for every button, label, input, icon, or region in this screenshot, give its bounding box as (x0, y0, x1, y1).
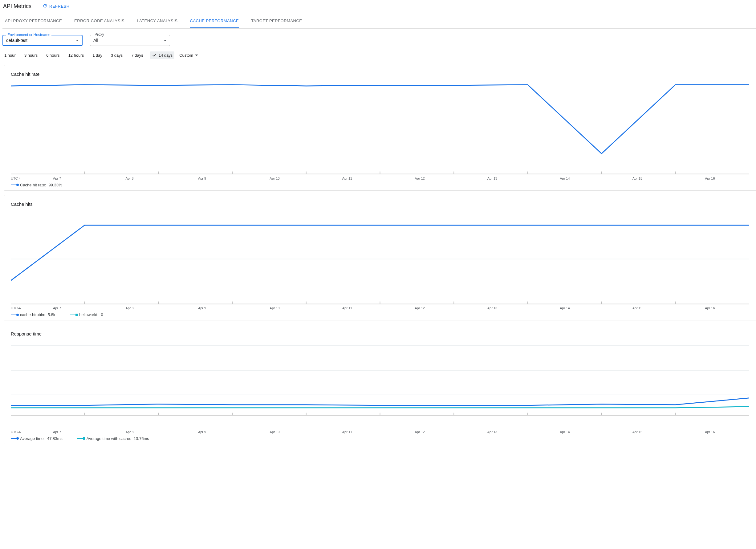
proxy-label: Proxy (93, 32, 105, 37)
axis-tick: Apr 11 (311, 306, 383, 310)
legend-label: cache-httpbin: (20, 312, 45, 317)
check-icon (152, 53, 157, 58)
chart-card-cache-hits: Cache hits UTC-4 Apr 7 Apr 8 Apr 9 Apr 1… (4, 195, 756, 321)
proxy-value: All (93, 38, 98, 43)
tab-api-proxy-performance[interactable]: API PROXY PERFORMANCE (5, 18, 62, 28)
refresh-button[interactable]: REFRESH (43, 3, 70, 9)
chevron-down-icon (195, 55, 198, 56)
filters-row: Environment or Hostname default-test Pro… (2, 29, 756, 48)
page-title: API Metrics (3, 3, 31, 10)
legend-label: Average time: (20, 436, 45, 441)
axis-tick: Apr 9 (166, 430, 238, 434)
axis-tick: Apr 8 (93, 306, 166, 310)
time-range-1h[interactable]: 1 hour (2, 52, 18, 59)
axis-tick: Apr 7 (21, 306, 93, 310)
legend-value: 47.83ms (47, 436, 63, 441)
time-range-6h[interactable]: 6 hours (44, 52, 61, 59)
axis-tick: Apr 11 (311, 177, 383, 180)
axis-tick: Apr 10 (238, 430, 311, 434)
axis-tick: Apr 12 (384, 306, 456, 310)
legend-item-average-time[interactable]: Average time: 47.83ms (11, 436, 63, 441)
environment-select[interactable]: Environment or Hostname default-test (2, 35, 83, 46)
time-range-custom[interactable]: Custom (179, 53, 198, 58)
tab-error-code-analysis[interactable]: ERROR CODE ANALYSIS (74, 18, 124, 28)
chart-title: Cache hit rate (11, 71, 749, 77)
axis-tick: Apr 14 (529, 177, 601, 180)
legend-value: 13.76ms (134, 436, 149, 441)
chart-axis: UTC-4 Apr 7 Apr 8 Apr 9 Apr 10 Apr 11 Ap… (11, 430, 749, 434)
proxy-select[interactable]: Proxy All (90, 35, 170, 46)
chart-title: Response time (11, 331, 749, 336)
axis-tick: Apr 15 (601, 430, 673, 434)
axis-tz: UTC-4 (11, 306, 21, 310)
tabs: API PROXY PERFORMANCE ERROR CODE ANALYSI… (2, 14, 756, 29)
refresh-label: REFRESH (49, 4, 70, 9)
legend-marker-icon (70, 315, 77, 315)
legend-value: 99.33% (49, 183, 62, 187)
chart-legend: Average time: 47.83ms Average time with … (11, 434, 749, 441)
time-range-14d-label: 14 days (159, 53, 173, 58)
environment-value: default-test (6, 38, 27, 43)
chart-plot-cache-hit-rate (11, 83, 749, 175)
legend-marker-icon (11, 315, 18, 315)
axis-tick: Apr 15 (601, 306, 673, 310)
axis-tick: Apr 13 (456, 177, 528, 180)
axis-tick: Apr 10 (238, 306, 311, 310)
axis-tick: Apr 16 (674, 177, 746, 180)
tab-cache-performance[interactable]: CACHE PERFORMANCE (190, 18, 239, 28)
axis-tz: UTC-4 (11, 430, 21, 434)
axis-tick: Apr 8 (93, 177, 166, 180)
chart-plot-cache-hits (11, 213, 749, 305)
time-range-3h[interactable]: 3 hours (22, 52, 39, 59)
time-range-row: 1 hour 3 hours 6 hours 12 hours 1 day 3 … (2, 48, 756, 61)
axis-tz: UTC-4 (11, 177, 21, 180)
axis-tick: Apr 10 (238, 177, 311, 180)
tab-latency-analysis[interactable]: LATENCY ANALYSIS (137, 18, 177, 28)
legend-item-average-time-with-cache[interactable]: Average time with cache: 13.76ms (77, 436, 149, 441)
legend-value: 0 (101, 312, 103, 317)
chevron-down-icon (76, 40, 79, 41)
axis-tick: Apr 13 (456, 306, 528, 310)
axis-tick: Apr 14 (529, 430, 601, 434)
chart-legend: cache-httpbin: 5.8k helloworld: 0 (11, 310, 749, 317)
axis-tick: Apr 12 (384, 177, 456, 180)
axis-tick: Apr 7 (21, 430, 93, 434)
axis-tick: Apr 11 (311, 430, 383, 434)
legend-item-cache-httpbin[interactable]: cache-httpbin: 5.8k (11, 312, 55, 317)
legend-label: Cache hit rate: (20, 183, 46, 187)
time-range-14d[interactable]: 14 days (150, 51, 175, 59)
tab-target-performance[interactable]: TARGET PERFORMANCE (251, 18, 302, 28)
axis-tick: Apr 13 (456, 430, 528, 434)
legend-value: 5.8k (48, 312, 55, 317)
chart-plot-response-time (11, 343, 749, 429)
page-header: API Metrics REFRESH (2, 3, 756, 14)
time-range-custom-label: Custom (179, 53, 193, 58)
chart-legend: Cache hit rate: 99.33% (11, 180, 749, 187)
chart-axis: UTC-4 Apr 7 Apr 8 Apr 9 Apr 10 Apr 11 Ap… (11, 306, 749, 310)
axis-tick: Apr 16 (674, 306, 746, 310)
legend-item-cache-hit-rate[interactable]: Cache hit rate: 99.33% (11, 183, 62, 187)
time-range-3d[interactable]: 3 days (109, 52, 124, 59)
legend-label: helloworld: (79, 312, 98, 317)
axis-tick: Apr 15 (601, 177, 673, 180)
axis-tick: Apr 8 (93, 430, 166, 434)
legend-marker-icon (77, 438, 84, 439)
chart-card-response-time: Response time UTC-4 Apr 7 Apr 8 Apr 9 Ap… (4, 325, 756, 444)
environment-label: Environment or Hostname (6, 33, 51, 37)
axis-tick: Apr 9 (166, 177, 238, 180)
legend-item-helloworld[interactable]: helloworld: 0 (70, 312, 103, 317)
chevron-down-icon (164, 40, 167, 41)
time-range-7d[interactable]: 7 days (129, 52, 145, 59)
legend-marker-icon (11, 438, 18, 439)
legend-label: Average time with cache: (87, 436, 131, 441)
axis-tick: Apr 7 (21, 177, 93, 180)
time-range-1d[interactable]: 1 day (91, 52, 104, 59)
axis-tick: Apr 14 (529, 306, 601, 310)
chart-title: Cache hits (11, 201, 749, 207)
legend-marker-icon (11, 185, 18, 185)
time-range-12h[interactable]: 12 hours (67, 52, 86, 59)
chart-card-cache-hit-rate: Cache hit rate UTC-4 Apr 7 Apr 8 Apr 9 A… (4, 65, 756, 191)
axis-tick: Apr 9 (166, 306, 238, 310)
axis-tick: Apr 12 (384, 430, 456, 434)
axis-tick: Apr 16 (674, 430, 746, 434)
